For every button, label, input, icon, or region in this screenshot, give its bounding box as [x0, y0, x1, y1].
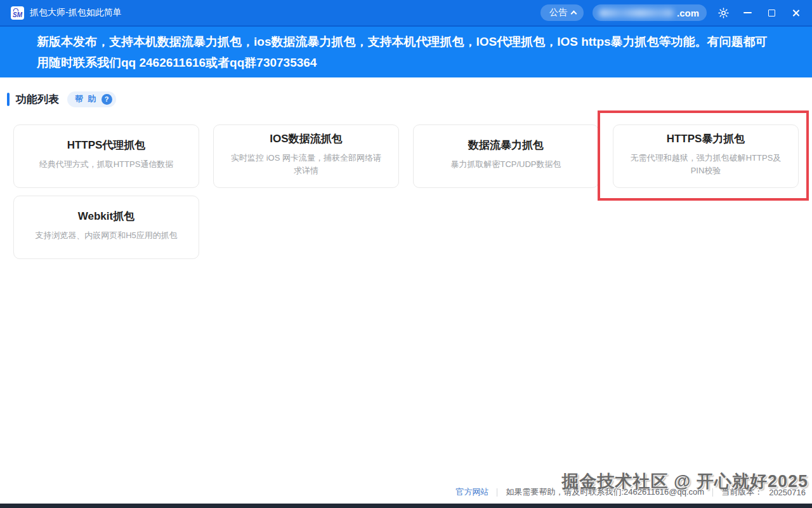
titlebar: SM 抓包大师-抓包如此简单 公告 .com — [0, 0, 812, 27]
maximize-icon — [768, 10, 775, 17]
card-https-proxy-capture[interactable]: HTTPS代理抓包 经典代理方式，抓取HTTPS通信数据 — [13, 124, 199, 188]
chevron-up-icon — [571, 11, 577, 17]
page-title: 功能列表 — [16, 92, 59, 107]
settings-button[interactable] — [716, 5, 731, 20]
card-desc: 暴力抓取解密TCP/UDP数据包 — [450, 158, 561, 171]
card-title: Webkit抓包 — [78, 209, 134, 224]
card-desc: 经典代理方式，抓取HTTPS通信数据 — [39, 158, 174, 171]
card-https-brute-capture[interactable]: HTTPS暴力抓包 无需代理和越狱，强力抓包破解HTTPS及PIN校验 — [613, 124, 799, 188]
question-icon: ? — [102, 94, 112, 105]
card-title: HTTPS暴力抓包 — [667, 131, 745, 146]
card-title: IOS数据流抓包 — [270, 131, 342, 146]
official-site-link[interactable]: 官方网站 — [455, 486, 488, 498]
feature-card-grid: HTTPS代理抓包 经典代理方式，抓取HTTPS通信数据 IOS数据流抓包 实时… — [0, 124, 812, 259]
card-dataflow-brute-capture[interactable]: 数据流暴力抓包 暴力抓取解密TCP/UDP数据包 — [413, 124, 599, 188]
announcement-button[interactable]: 公告 — [540, 4, 584, 21]
card-webkit-capture[interactable]: Webkit抓包 支持浏览器、内嵌网页和H5应用的抓包 — [13, 196, 199, 259]
version-value: 20250716 — [769, 488, 806, 497]
card-desc: 支持浏览器、内嵌网页和H5应用的抓包 — [35, 229, 178, 242]
help-label: 帮 助 — [75, 93, 98, 105]
accent-bar — [7, 93, 10, 106]
version-label: 当前版本： — [721, 486, 763, 498]
announcement-text: 新版本发布，支持本机数据流暴力抓包，ios数据流暴力抓包，支持本机代理抓包，IO… — [37, 31, 775, 73]
footer: 官方网站 如果需要帮助，请及时联系我们:2462611616@qq.com 当前… — [455, 486, 806, 498]
card-title: HTTPS代理抓包 — [67, 138, 146, 152]
titlebar-left: SM 抓包大师-抓包如此简单 — [11, 6, 122, 20]
wifi-signal-icon — [13, 8, 18, 11]
card-desc: 无需代理和越狱，强力抓包破解HTTPS及PIN校验 — [627, 152, 784, 177]
main-content: 功能列表 帮 助 ? HTTPS代理抓包 经典代理方式，抓取HTTPS通信数据 … — [0, 77, 812, 504]
footer-divider — [497, 488, 497, 497]
account-pill[interactable]: .com — [593, 4, 707, 21]
section-header: 功能列表 帮 助 ? — [7, 91, 812, 107]
help-button[interactable]: 帮 助 ? — [67, 91, 116, 107]
maximize-button[interactable] — [764, 5, 779, 20]
account-email-suffix: .com — [677, 8, 699, 18]
app-logo-icon: SM — [11, 6, 24, 20]
card-cell: HTTPS暴力抓包 无需代理和越狱，强力抓包破解HTTPS及PIN校验 — [613, 124, 799, 188]
close-button[interactable] — [788, 5, 803, 20]
titlebar-right: 公告 .com — [540, 4, 803, 21]
minimize-icon — [743, 12, 752, 13]
gear-icon — [717, 7, 730, 19]
app-title: 抓包大师-抓包如此简单 — [30, 7, 122, 18]
app-window: SM 抓包大师-抓包如此简单 公告 .com — [0, 0, 812, 508]
card-ios-dataflow-capture[interactable]: IOS数据流抓包 实时监控 iOS 网卡流量，捕获全部网络请求详情 — [213, 124, 399, 188]
card-cell: HTTPS代理抓包 经典代理方式，抓取HTTPS通信数据 — [13, 124, 199, 188]
close-icon — [792, 9, 800, 17]
minimize-button[interactable] — [740, 5, 755, 20]
card-title: 数据流暴力抓包 — [468, 138, 544, 152]
announcement-banner: 新版本发布，支持本机数据流暴力抓包，ios数据流暴力抓包，支持本机代理抓包，IO… — [0, 27, 812, 77]
footer-divider — [712, 488, 713, 497]
card-cell: IOS数据流抓包 实时监控 iOS 网卡流量，捕获全部网络请求详情 — [213, 124, 399, 188]
blurred-account-email — [599, 9, 674, 17]
card-cell: Webkit抓包 支持浏览器、内嵌网页和H5应用的抓包 — [13, 196, 199, 259]
card-cell: 数据流暴力抓包 暴力抓取解密TCP/UDP数据包 — [413, 124, 599, 188]
announcement-label: 公告 — [549, 7, 567, 18]
app-logo-text: SM — [13, 11, 22, 18]
bottom-strip — [0, 504, 812, 508]
footer-help-text: 如果需要帮助，请及时联系我们:2462611616@qq.com — [506, 486, 704, 498]
card-desc: 实时监控 iOS 网卡流量，捕获全部网络请求详情 — [228, 152, 384, 177]
